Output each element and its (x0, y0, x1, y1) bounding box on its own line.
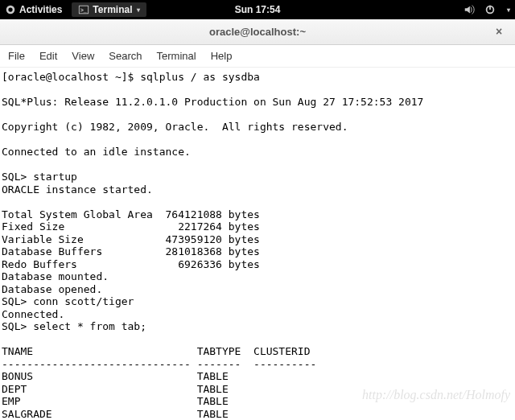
gnome-topbar: Activities >_ Terminal ▾ Sun 17:54 ▾ (0, 0, 515, 19)
svg-text:>_: >_ (80, 7, 87, 13)
topbar-right: ▾ (464, 4, 510, 15)
menu-file[interactable]: File (8, 50, 25, 62)
menu-terminal[interactable]: Terminal (157, 50, 196, 62)
power-icon[interactable] (484, 4, 496, 15)
menubar: File Edit View Search Terminal Help (0, 45, 515, 68)
svg-rect-6 (489, 6, 491, 10)
taskbar-label: Terminal (93, 4, 132, 15)
clock[interactable]: Sun 17:54 (235, 4, 281, 15)
chevron-down-icon[interactable]: ▾ (507, 6, 510, 14)
menu-search[interactable]: Search (109, 50, 142, 62)
menu-help[interactable]: Help (211, 50, 233, 62)
terminal-output[interactable]: [oracle@localhost ~]$ sqlplus / as sysdb… (0, 68, 515, 420)
window-title: oracle@localhost:~ (209, 26, 306, 38)
close-button[interactable]: × (496, 26, 507, 37)
svg-point-1 (8, 7, 12, 11)
topbar-left: Activities >_ Terminal ▾ (5, 2, 146, 17)
activities-button[interactable]: Activities (5, 4, 62, 15)
activities-label: Activities (19, 4, 62, 15)
terminal-icon: >_ (78, 4, 89, 15)
activities-icon (5, 4, 16, 15)
window-titlebar: oracle@localhost:~ × (0, 19, 515, 45)
menu-edit[interactable]: Edit (39, 50, 57, 62)
taskbar-terminal[interactable]: >_ Terminal ▾ (72, 2, 146, 17)
menu-view[interactable]: View (72, 50, 94, 62)
chevron-down-icon: ▾ (137, 6, 140, 14)
volume-icon[interactable] (464, 4, 475, 15)
